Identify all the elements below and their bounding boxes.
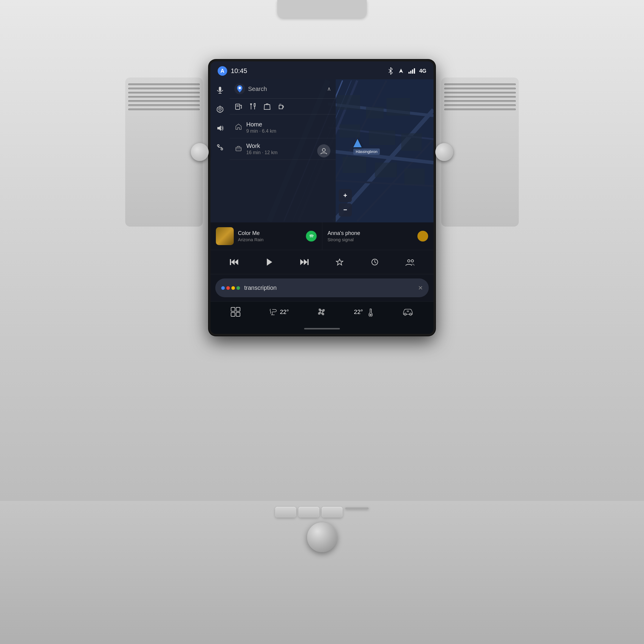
svg-marker-42 <box>300 259 304 265</box>
sidebar-icons <box>210 79 230 222</box>
left-vent-knob[interactable] <box>191 143 209 161</box>
home-name: Home <box>246 121 330 128</box>
spotify-icon <box>306 231 317 241</box>
location-label: Hässingbron <box>353 148 380 155</box>
vent-slot <box>128 88 200 89</box>
seat-temp-control[interactable]: 22° <box>268 307 289 317</box>
nav-category-shopping[interactable] <box>263 102 271 111</box>
music-info: Color Me Arizona Rain <box>238 230 302 242</box>
svg-point-48 <box>411 260 414 262</box>
vent-slot <box>128 104 200 106</box>
dashboard: A 10:45 <box>113 60 531 336</box>
svg-point-25 <box>217 145 219 146</box>
svg-rect-20 <box>219 87 221 91</box>
console-button-3[interactable] <box>322 507 343 518</box>
nav-category-fuel[interactable] <box>234 102 243 111</box>
nav-destination-home[interactable]: Home 9 min · 6.4 km <box>230 117 336 138</box>
status-left: A 10:45 <box>218 66 247 76</box>
cabin-temp-control[interactable]: 22° <box>354 307 375 317</box>
map-area[interactable]: Search ∧ <box>210 79 434 222</box>
google-logo <box>221 286 240 290</box>
vent-slot <box>444 92 516 94</box>
svg-rect-19 <box>404 168 425 185</box>
grid-button[interactable] <box>230 306 241 317</box>
nav-category-coffee[interactable] <box>277 102 286 111</box>
settings-icon[interactable] <box>214 103 226 115</box>
vent-slot <box>128 92 200 94</box>
svg-point-47 <box>408 260 410 262</box>
svg-rect-51 <box>231 312 235 316</box>
play-button[interactable] <box>261 254 277 270</box>
cabin-temp-value: 22° <box>354 309 363 315</box>
nav-search-bar[interactable]: Search ∧ <box>230 79 336 99</box>
home-bar <box>210 323 434 334</box>
vent-slot <box>444 104 516 106</box>
zoom-in-button[interactable]: + <box>339 189 352 202</box>
car-controls-button[interactable] <box>402 307 414 317</box>
right-vent-knob[interactable] <box>435 143 453 161</box>
svg-point-28 <box>239 87 241 89</box>
svg-rect-44 <box>307 259 309 265</box>
volume-icon[interactable] <box>214 122 226 134</box>
svg-rect-57 <box>407 311 409 312</box>
navigation-arrow-icon <box>398 68 404 74</box>
route-icon[interactable] <box>214 141 226 153</box>
status-time: 10:45 <box>231 67 247 75</box>
console-button-1[interactable] <box>275 507 296 518</box>
nav-category-food[interactable] <box>249 102 257 111</box>
nav-categories <box>230 99 336 114</box>
zoom-out-button[interactable]: − <box>339 203 352 216</box>
profile-button[interactable] <box>317 144 330 157</box>
svg-rect-52 <box>236 312 240 316</box>
top-vent <box>277 0 367 18</box>
car-interior: A 10:45 <box>0 0 644 644</box>
console-buttons <box>275 507 369 518</box>
seat-temp-value: 22° <box>280 309 289 315</box>
svg-marker-43 <box>304 259 307 265</box>
vent-slot <box>444 88 516 89</box>
prev-track-button[interactable] <box>226 254 242 270</box>
work-icon <box>235 145 242 154</box>
song-subtitle: Arizona Rain <box>238 237 302 242</box>
phone-icon-badge <box>417 231 428 241</box>
bottom-controls-bar: 22° 22° <box>210 301 434 323</box>
home-indicator[interactable] <box>304 328 340 329</box>
svg-rect-13 <box>387 98 410 116</box>
phone-card[interactable]: Anna's phone Strong signal <box>322 222 434 250</box>
svg-rect-12 <box>366 107 384 118</box>
console-button-2[interactable] <box>298 507 319 518</box>
contacts-button[interactable] <box>402 254 418 270</box>
favorite-button[interactable] <box>332 254 347 270</box>
marker-arrow <box>353 139 362 147</box>
svg-point-26 <box>221 148 223 150</box>
media-controls <box>210 250 434 274</box>
map-zoom-controls: + − <box>339 189 352 216</box>
recent-button[interactable] <box>367 254 383 270</box>
vent-slot <box>128 96 200 98</box>
svg-rect-14 <box>340 124 360 137</box>
voice-search-bar[interactable]: transcription × <box>215 278 429 297</box>
music-card[interactable]: Color Me Arizona Rain <box>210 222 322 250</box>
svg-rect-17 <box>343 157 366 173</box>
fan-control[interactable] <box>316 306 327 317</box>
main-screen: A 10:45 <box>210 61 434 334</box>
media-section: Color Me Arizona Rain <box>210 222 434 334</box>
svg-point-23 <box>219 108 221 110</box>
next-track-button[interactable] <box>297 254 312 270</box>
bottom-dashboard <box>0 501 644 644</box>
album-art-image <box>216 227 234 245</box>
signal-bars-icon <box>408 68 415 74</box>
microphone-icon[interactable] <box>214 84 226 96</box>
location-marker: Hässingbron <box>353 139 380 155</box>
status-bar: A 10:45 <box>210 61 434 79</box>
phone-info: Anna's phone Strong signal <box>328 230 414 242</box>
search-input[interactable]: Search <box>248 86 324 92</box>
search-chevron-icon[interactable]: ∧ <box>327 86 331 92</box>
media-cards: Color Me Arizona Rain <box>210 222 434 250</box>
center-console-knob[interactable] <box>307 522 337 552</box>
maps-icon <box>234 83 245 94</box>
vent-slot <box>444 100 516 102</box>
svg-rect-49 <box>231 307 235 311</box>
svg-marker-45 <box>336 259 343 265</box>
voice-close-button[interactable]: × <box>418 283 423 292</box>
